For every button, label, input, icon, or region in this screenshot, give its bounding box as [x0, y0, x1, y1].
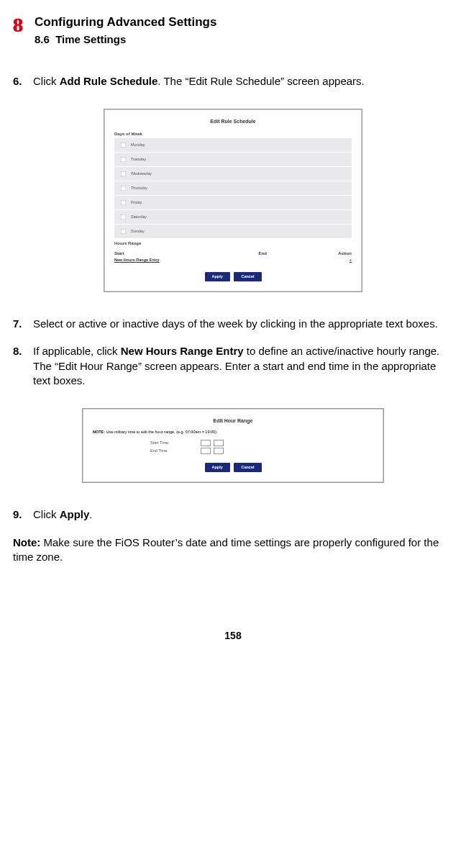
new-hours-range-link[interactable]: New Hours Range Entry + [114, 258, 352, 263]
end-time-row: End Time: [150, 448, 373, 454]
step-text: Click Apply. [33, 507, 453, 522]
days-of-week-header: Days of Week [114, 131, 352, 137]
col-action: Action [293, 250, 352, 256]
note-text: Make sure the FiOS Router’s date and tim… [13, 536, 439, 563]
day-row: Sunday [114, 225, 352, 238]
day-label: Wednesday [131, 171, 152, 176]
text-bold: Add Rule Schedule [60, 75, 158, 87]
day-label: Monday [131, 143, 145, 148]
day-row: Wednesday [114, 167, 352, 181]
hours-columns: Start End Action [114, 250, 352, 256]
start-time-label: Start Time: [150, 440, 201, 446]
section-title: 8.6 Time Settings [35, 32, 216, 47]
start-min-input[interactable] [214, 440, 224, 446]
figure-title: Edit Hour Range [93, 417, 373, 424]
note-paragraph: Note: Make sure the FiOS Router’s date a… [13, 535, 453, 565]
day-checkbox[interactable] [121, 214, 127, 220]
chapter-header: 8 Configuring Advanced Settings 8.6 Time… [13, 14, 453, 47]
step-text: Click Add Rule Schedule. The “Edit Rule … [33, 74, 453, 89]
day-row: Thursday [114, 181, 352, 195]
text-fragment: If applicable, click [33, 345, 121, 357]
step-number: 9. [13, 507, 33, 522]
day-label: Thursday [131, 186, 147, 191]
page-number: 158 [13, 629, 453, 643]
day-row: Tuesday [114, 153, 352, 166]
section-number: 8.6 [35, 33, 50, 45]
step-9: 9. Click Apply. [13, 507, 453, 522]
cancel-button[interactable]: Cancel [234, 272, 261, 281]
add-icon: + [293, 258, 352, 263]
step-7: 7. Select or active or inactive days of … [13, 317, 453, 331]
text-fragment: . [89, 508, 92, 520]
day-row: Saturday [114, 210, 352, 224]
day-row: Friday [114, 196, 352, 209]
day-checkbox[interactable] [121, 229, 127, 235]
step-6: 6. Click Add Rule Schedule. The “Edit Ru… [13, 74, 453, 89]
figure-edit-rule-schedule: Edit Rule Schedule Days of Week MondayTu… [104, 109, 362, 292]
section-name: Time Settings [55, 33, 126, 45]
step-text: If applicable, click New Hours Range Ent… [33, 344, 453, 388]
link-text: New Hours Range Entry [114, 258, 233, 263]
note-label: Note: [13, 536, 40, 548]
chapter-titles: Configuring Advanced Settings 8.6 Time S… [35, 14, 216, 47]
end-min-input[interactable] [214, 448, 224, 454]
day-label: Tuesday [131, 157, 146, 162]
day-checkbox[interactable] [121, 200, 127, 206]
step-number: 8. [13, 344, 33, 388]
text-fragment: Click [33, 508, 60, 520]
apply-button[interactable]: Apply [205, 463, 230, 472]
figure-buttons: Apply Cancel [93, 463, 373, 472]
text-bold: New Hours Range Entry [121, 345, 244, 357]
chapter-number: 8 [13, 12, 23, 39]
figure-edit-hour-range: Edit Hour Range NOTE: Use military time … [82, 408, 384, 483]
step-number: 7. [13, 317, 33, 331]
step-8: 8. If applicable, click New Hours Range … [13, 344, 453, 388]
figure-note: NOTE: Use military time to edit the hour… [93, 430, 373, 435]
start-hour-input[interactable] [201, 440, 211, 446]
chapter-title: Configuring Advanced Settings [35, 14, 216, 31]
col-start: Start [114, 250, 233, 256]
apply-button[interactable]: Apply [205, 272, 230, 281]
text-bold: Apply [60, 508, 90, 520]
end-hour-input[interactable] [201, 448, 211, 454]
day-checkbox[interactable] [121, 143, 127, 148]
cancel-button[interactable]: Cancel [234, 463, 261, 472]
note-label: NOTE: [93, 430, 105, 434]
day-label: Saturday [131, 214, 147, 220]
col-end: End [233, 250, 293, 256]
hours-range-header: Hours Range [114, 240, 352, 246]
text-fragment: . The “Edit Rule Schedule” screen appear… [157, 75, 364, 87]
text-fragment: Click [33, 75, 60, 87]
figure-buttons: Apply Cancel [114, 272, 352, 281]
end-time-label: End Time: [150, 448, 201, 453]
figure-title: Edit Rule Schedule [114, 118, 352, 125]
day-checkbox[interactable] [121, 171, 127, 177]
day-row: Monday [114, 138, 352, 152]
day-label: Friday [131, 200, 142, 205]
day-label: Sunday [131, 229, 145, 234]
day-checkbox[interactable] [121, 157, 127, 163]
days-list: MondayTuesdayWednesdayThursdayFridaySatu… [114, 138, 352, 238]
day-checkbox[interactable] [121, 186, 127, 191]
note-text: Use military time to edit the hour range… [105, 430, 216, 434]
start-time-row: Start Time: [150, 440, 373, 446]
step-text: Select or active or inactive days of the… [33, 317, 453, 331]
step-number: 6. [13, 74, 33, 89]
